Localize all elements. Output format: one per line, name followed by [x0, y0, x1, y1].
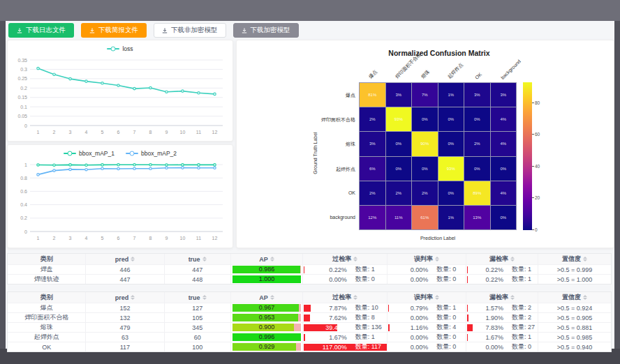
- loss-chart-card: loss 00.050.10.150.20.250.30.35123456789…: [7, 40, 233, 142]
- matrix-cell: 2%: [464, 132, 490, 156]
- matrix-col-label: OK: [474, 72, 482, 80]
- svg-text:0.05: 0.05: [17, 114, 27, 119]
- table-row: 爆点1521270.9677.87%数量: 100.79%数量: 11.57%数…: [8, 303, 611, 312]
- colorbar-tick-label: 80: [535, 100, 540, 105]
- column-header-1[interactable]: pred: [86, 254, 164, 264]
- matrix-col-label: 爆点: [367, 68, 379, 80]
- download-log-file-button[interactable]: 下载日志文件: [8, 23, 74, 38]
- cell-class-name: 熔珠: [8, 323, 86, 332]
- column-header-6[interactable]: 漏检率: [466, 292, 539, 303]
- column-header-0: 类别: [8, 292, 86, 303]
- metrics-table-primary: 类别predtrueAP过检率误判率漏检率置信度焊盘4464470.9860.2…: [7, 253, 612, 285]
- table-row: 焊缝轨迹4474481.0000.00%数量: 00.00%数量: 00.22%…: [8, 274, 611, 284]
- matrix-cell: 89%: [464, 181, 490, 205]
- matrix-cell: 1%: [438, 83, 464, 107]
- sort-icon: [353, 295, 357, 300]
- cell-ap: 0.986: [231, 265, 304, 274]
- svg-text:12: 12: [212, 236, 218, 241]
- column-header-4[interactable]: 过检率: [303, 292, 388, 303]
- column-label: 过检率: [332, 255, 351, 264]
- table-row: 熔珠4793450.90039.42%数量: 1361.16%数量: 47.83…: [8, 322, 611, 332]
- matrix-cell: 93%: [438, 157, 464, 181]
- column-label: 漏检率: [489, 255, 508, 264]
- sort-icon: [131, 257, 135, 261]
- svg-text:4: 4: [85, 130, 88, 135]
- svg-text:7: 7: [133, 236, 136, 241]
- column-label: pred: [115, 256, 129, 263]
- column-header-7[interactable]: 置信度: [538, 292, 611, 303]
- column-header-2[interactable]: true: [165, 254, 231, 264]
- column-label: 过检率: [332, 293, 351, 302]
- svg-text:0.35: 0.35: [17, 58, 27, 63]
- svg-text:6: 6: [117, 130, 120, 135]
- column-header-7[interactable]: 置信度: [538, 254, 611, 264]
- svg-text:0.3: 0.3: [20, 67, 27, 72]
- matrix-y-axis-label: Ground Truth Label: [313, 112, 318, 195]
- matrix-cell: 4%: [491, 181, 517, 205]
- legend-item-bbox_mAP_1[interactable]: bbox_mAP_1: [64, 150, 115, 157]
- svg-text:6: 6: [117, 236, 120, 241]
- column-header-3[interactable]: AP: [231, 254, 304, 264]
- column-label: 漏检率: [489, 293, 508, 302]
- matrix-cell: 90%: [412, 132, 438, 156]
- column-header-6[interactable]: 漏检率: [466, 254, 539, 264]
- column-label: 误判率: [414, 293, 433, 302]
- matrix-cell: 3%: [464, 83, 490, 107]
- cell-confidence: >0.5 = 0.999: [538, 265, 611, 274]
- column-label: AP: [259, 256, 268, 263]
- loss-chart: 00.050.10.150.20.250.30.3512345678910111…: [8, 54, 231, 139]
- sort-icon: [435, 257, 439, 261]
- matrix-cell: 0%: [491, 157, 517, 181]
- matrix-row-label: 熔珠: [237, 141, 355, 148]
- table-row: OK1171000.929117.00%数量: 1170.00%数量: 00.0…: [8, 342, 611, 351]
- column-header-4[interactable]: 过检率: [303, 254, 388, 264]
- download-icon: [162, 28, 168, 33]
- column-header-2[interactable]: true: [165, 292, 231, 303]
- download-report-file-button[interactable]: 下载简报文件: [81, 23, 147, 38]
- column-header-5[interactable]: 误判率: [388, 254, 466, 264]
- button-label: 下载非加密模型: [171, 26, 218, 35]
- download-plain-model-button[interactable]: 下载非加密模型: [154, 23, 226, 38]
- matrix-cell: 0%: [412, 157, 438, 181]
- svg-text:10: 10: [180, 236, 186, 241]
- cell-confidence: >0.5 = 0.940: [538, 342, 611, 351]
- download-encrypted-model-button[interactable]: 下载加密模型: [233, 23, 299, 38]
- matrix-cell: 3%: [360, 132, 385, 156]
- matrix-col-label: background: [500, 59, 522, 80]
- sort-icon: [202, 295, 207, 300]
- svg-text:0.8: 0.8: [20, 176, 27, 181]
- sort-icon: [131, 295, 135, 300]
- legend-item-bbox_mAP_2[interactable]: bbox_mAP_2: [126, 150, 177, 157]
- legend-item-loss[interactable]: loss: [107, 45, 133, 52]
- matrix-row-label: background: [237, 215, 355, 220]
- colorbar-tick-label: 0: [535, 227, 538, 232]
- cell-true: 447: [165, 265, 231, 274]
- cell-ap: 0.953: [231, 313, 304, 322]
- sort-icon: [435, 295, 439, 300]
- download-icon: [242, 28, 247, 33]
- matrix-cell: 0%: [464, 107, 490, 131]
- column-header-3[interactable]: AP: [231, 292, 304, 303]
- matrix-cell: 0%: [386, 157, 412, 181]
- ap-bar: 0.929: [232, 343, 302, 351]
- cell-confidence: >0.5 = 0.924: [538, 303, 611, 312]
- matrix-cell: 2%: [360, 107, 385, 131]
- matrix-row-label: 爆点: [237, 92, 355, 99]
- matrix-col-label: 起焊炸点: [446, 61, 465, 80]
- svg-text:3: 3: [69, 130, 72, 135]
- column-header-1[interactable]: pred: [86, 292, 164, 303]
- matrix-cell: 81%: [360, 83, 385, 107]
- button-label: 下载加密模型: [251, 26, 290, 35]
- cell-true: 345: [165, 323, 231, 332]
- cell-pred: 479: [86, 323, 164, 332]
- svg-text:0.4: 0.4: [20, 202, 27, 207]
- sort-icon: [353, 257, 357, 261]
- column-header-5[interactable]: 误判率: [388, 292, 466, 303]
- sort-icon: [202, 257, 207, 261]
- legend-marker-icon: [126, 150, 138, 156]
- confusion-matrix: 81%3%7%1%3%3%2%93%0%0%0%4%3%0%90%0%2%4%6…: [359, 82, 517, 230]
- metrics-table-defects: 类别predtrueAP过检率误判率漏检率置信度爆点1521270.9677.8…: [7, 291, 612, 352]
- download-toolbar: 下载日志文件下载简报文件下载非加密模型下载加密模型: [8, 23, 299, 38]
- svg-text:9: 9: [165, 236, 168, 241]
- svg-text:0: 0: [24, 229, 27, 234]
